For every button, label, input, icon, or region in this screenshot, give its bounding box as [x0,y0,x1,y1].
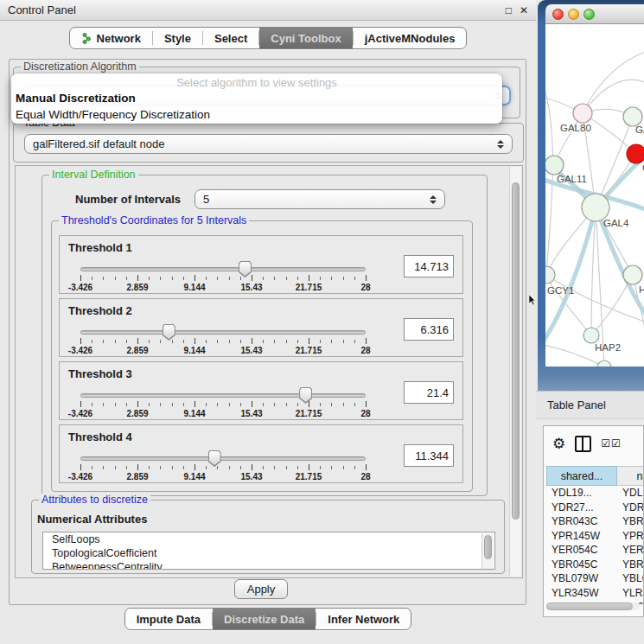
close-icon[interactable]: ✕ [520,4,528,16]
tab-discretize-data[interactable]: Discretize Data [213,609,316,629]
tick-label: 15.43 [240,472,262,481]
traffic-light-green[interactable] [583,9,595,20]
network-node-gal80[interactable] [573,104,592,123]
network-node-h[interactable] [623,265,642,284]
table-cell-name: YDL1 [617,487,644,499]
tab-cyni-toolbox[interactable]: Cyni Toolbox [259,28,352,48]
threshold-slider[interactable]: -3.4262.8599.14415.4321.71528 [80,390,366,419]
tab-label: Network [97,32,141,45]
gear-icon[interactable]: ⚙ [552,437,565,451]
table-cell-name: YDR2 [617,501,644,513]
traffic-light-yellow[interactable] [568,9,579,20]
table-header-row: shared... na [546,466,644,486]
list-scrollbar[interactable] [481,533,494,570]
threshold-slider[interactable]: -3.4262.8599.14415.4321.71528 [80,327,366,356]
network-edge[interactable] [545,76,552,275]
tab-impute-data[interactable]: Impute Data [125,609,212,629]
tab-style[interactable]: Style [153,28,202,48]
settings-scrollbar[interactable] [509,167,521,577]
network-node-gal11[interactable] [545,156,564,175]
slider-tick-labels: -3.4262.8599.14415.4321.71528 [80,472,366,482]
network-node-ga[interactable] [623,107,642,126]
list-item-betweennesscentrality[interactable]: BetweennessCentrality [43,560,494,570]
list-item-topologicalcoefficient[interactable]: TopologicalCoefficient [43,546,494,560]
tick-mark [149,466,150,469]
tick-mark [286,340,287,343]
table-cell-shared-name: YBR043C [546,515,617,527]
threshold-value-field[interactable]: 21.4 [404,381,454,404]
tick-mark [160,277,161,280]
number-of-intervals-combobox[interactable]: 5 [194,189,445,209]
settings-scrollbar-thumb[interactable] [512,182,520,520]
table-data-combobox[interactable]: galFiltered.sif default node [24,134,513,154]
column-header-shared-name[interactable]: shared... [546,466,617,486]
slider-track [80,456,366,461]
table-row[interactable]: YBL079WYBL0 [546,571,644,586]
split-columns-icon[interactable] [575,436,591,452]
number-of-intervals-value: 5 [203,193,209,206]
slider-thumb-face [163,325,175,339]
network-canvas[interactable]: GAL80GACGAL11GAL4GCY1HHAP2 [545,24,644,367]
interval-definition-group: Interval Definition Number of Intervals … [41,175,488,496]
tick-mark [309,401,309,407]
tab-label: Infer Network [328,613,399,626]
float-window-icon[interactable]: □ [506,4,512,16]
slider-track [80,267,366,271]
tick-mark [263,466,264,469]
tick-mark [183,403,184,406]
select-columns-icon[interactable]: ☑☑ [601,437,622,450]
tab-select[interactable]: Select [203,28,258,48]
slider-tick-row [80,464,366,471]
numerical-attributes-list[interactable]: SelfLoopsTopologicalCoefficientBetweenne… [42,532,495,570]
apply-button[interactable]: Apply [234,579,288,599]
algorithm-option-equal-width-frequency-discretization[interactable]: Equal Width/Frequency Discretization [11,107,502,124]
table-row[interactable]: YER054CYER0 [546,543,644,558]
tab-label: Cyni Toolbox [271,32,341,45]
tab-infer-network[interactable]: Infer Network [316,609,411,629]
tab-jactivemnodules[interactable]: jActiveMNodules [354,28,467,48]
threshold-value-field[interactable]: 6.316 [404,318,454,341]
table-row[interactable]: YBR043CYBR0 [546,514,644,529]
tick-mark [126,466,127,469]
tick-mark [252,338,252,344]
tick-mark [126,403,127,406]
table-cell-shared-name: YER054C [546,544,617,556]
threshold-value-field[interactable]: 14.713 [404,255,454,277]
traffic-light-red[interactable] [552,9,564,20]
table-hscrollbar-thumb[interactable] [546,603,633,610]
table-row[interactable]: YDL19...YDL1 [546,486,644,501]
tick-mark [297,340,298,343]
table-row[interactable]: YDR27...YDR2 [546,501,644,515]
network-node-c[interactable] [627,144,644,163]
network-node-gcy1[interactable] [545,266,555,284]
tick-mark [263,340,264,343]
tick-mark [137,338,138,344]
number-of-intervals-label: Number of Intervals [75,193,181,206]
network-node[interactable] [597,360,611,367]
tick-mark [80,338,81,344]
table-row[interactable]: YPR145WYPR1 [546,529,644,544]
table-hscrollbar[interactable] [546,603,640,610]
threshold-value-field[interactable]: 11.344 [404,444,454,467]
network-edge[interactable] [596,117,633,207]
tick-mark [286,403,287,406]
network-node-label: GAL80 [560,123,591,133]
slider-track [80,393,366,398]
threshold-slider[interactable]: -3.4262.8599.14415.4321.71528 [80,264,366,293]
network-node-hap2[interactable] [583,328,599,343]
column-header-name[interactable]: na [617,466,644,486]
network-edge[interactable] [583,50,644,113]
slider-tick-labels: -3.4262.8599.14415.4321.71528 [80,283,366,293]
table-row[interactable]: YLR345WYLR3 [546,586,644,601]
tick-mark [194,401,195,407]
list-item-selfloops[interactable]: SelfLoops [43,532,494,546]
tick-mark [354,340,355,343]
threshold-slider[interactable]: -3.4262.8599.14415.4321.71528 [80,453,366,482]
tab-network[interactable]: Network [70,28,152,48]
tick-mark [172,466,173,469]
tick-mark [160,403,161,406]
list-scrollbar-thumb[interactable] [484,535,492,559]
algorithm-option-manual-discretization[interactable]: Manual Discretization [11,91,502,107]
slider-track [80,330,366,335]
table-row[interactable]: YBR045CYBR0 [546,558,644,572]
